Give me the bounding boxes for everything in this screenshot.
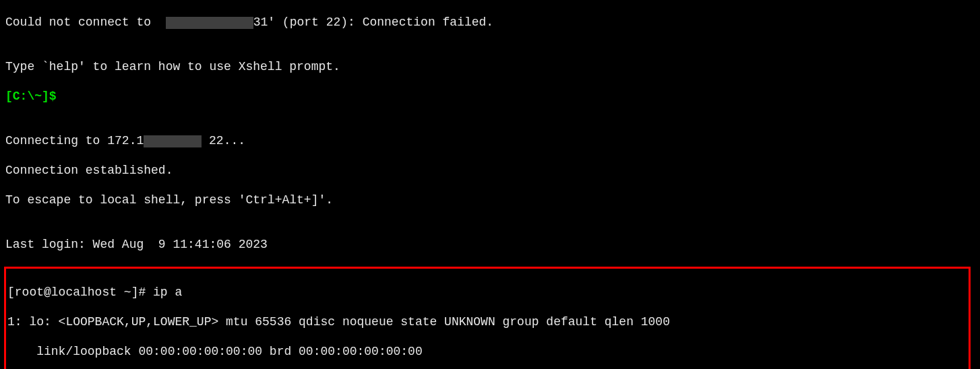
highlighted-region: [root@localhost ~]# ip a 1: lo: <LOOPBAC…	[4, 267, 971, 369]
text: 31' (port 22): Connection failed.	[253, 15, 493, 29]
output-line: Type `help' to learn how to use Xshell p…	[5, 59, 975, 74]
local-prompt: [C:\~]$	[5, 90, 57, 103]
text: Could not connect to	[5, 15, 166, 29]
redacted-ip	[166, 17, 253, 29]
prompt-command-line: [root@localhost ~]# ip a	[7, 285, 967, 300]
output-line: To escape to local shell, press 'Ctrl+Al…	[5, 193, 975, 207]
terminal-area[interactable]: Could not connect to 31' (port 22): Conn…	[0, 0, 980, 369]
output-line: Connection established.	[5, 163, 975, 178]
text: 22...	[202, 134, 245, 147]
output-line: 1: lo: <LOOPBACK,UP,LOWER_UP> mtu 65536 …	[7, 314, 967, 329]
text: Connecting to 172.1	[5, 134, 144, 147]
prompt-line: [C:\~]$	[5, 89, 975, 104]
output-line: Connecting to 172.1 22...	[5, 133, 975, 148]
output-line: link/loopback 00:00:00:00:00:00 brd 00:0…	[7, 344, 967, 359]
redacted-ip	[144, 135, 202, 147]
output-line: Could not connect to 31' (port 22): Conn…	[5, 15, 975, 30]
output-line: Last login: Wed Aug 9 11:41:06 2023	[5, 237, 975, 252]
